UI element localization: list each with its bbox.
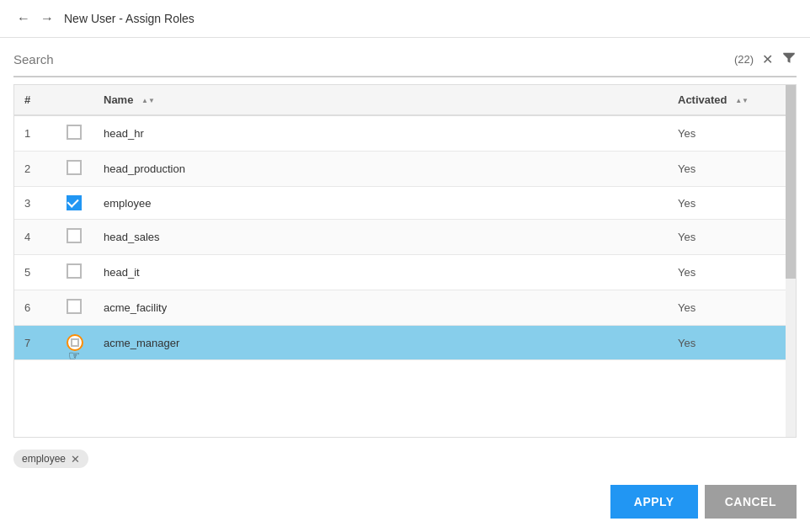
row-num: 6 — [14, 290, 56, 326]
row-name: acme_manager — [93, 326, 668, 360]
row-num: 4 — [14, 220, 56, 255]
name-sort-icon[interactable]: ▲▼ — [141, 98, 155, 104]
apply-button[interactable]: APPLY — [610, 485, 698, 519]
search-row: (22) ✕ — [13, 50, 797, 77]
scrollbar[interactable] — [786, 85, 796, 437]
table-container: # Name ▲▼ Activated ▲▼ 1 — [13, 84, 797, 438]
row-num: 1 — [14, 115, 56, 152]
clear-search-icon[interactable]: ✕ — [762, 53, 773, 66]
table-row: 6 acme_facility Yes — [14, 290, 796, 326]
row-num: 5 — [14, 255, 56, 290]
roles-table: # Name ▲▼ Activated ▲▼ 1 — [14, 85, 796, 360]
row-name: head_production — [93, 152, 668, 187]
cancel-button[interactable]: CANCEL — [705, 485, 797, 519]
checkbox-row-1[interactable] — [67, 125, 82, 140]
search-area: (22) ✕ — [0, 38, 810, 77]
checkbox-row-4[interactable] — [67, 228, 82, 243]
row-name: head_hr — [93, 115, 668, 152]
checkbox-row-5[interactable] — [67, 263, 82, 279]
row-name: acme_facility — [93, 290, 668, 326]
row-activated: Yes — [668, 115, 786, 152]
row-num: 7 — [14, 326, 56, 360]
result-count: (22) — [734, 53, 754, 66]
checkbox-row-6[interactable] — [67, 299, 82, 314]
selected-tags: employee ✕ — [0, 441, 810, 476]
row-num: 3 — [14, 187, 56, 220]
table-row: 5 head_it Yes — [14, 255, 796, 290]
row-name: employee — [93, 187, 668, 220]
col-header-num: # — [14, 85, 56, 115]
col-header-name[interactable]: Name ▲▼ — [93, 85, 668, 115]
table-row: 2 head_production Yes — [14, 152, 796, 187]
row-name: head_it — [93, 255, 668, 290]
table-row: 7 ☞ acme_manager Yes — [14, 326, 796, 360]
forward-arrow[interactable]: → — [37, 8, 57, 29]
table-row: 1 head_hr Yes — [14, 115, 796, 152]
dialog-footer: APPLY CANCEL — [0, 476, 810, 532]
row-num: 2 — [14, 152, 56, 187]
back-arrow[interactable]: ← — [13, 8, 34, 29]
tag-employee: employee ✕ — [13, 450, 88, 468]
checkbox-row-3[interactable] — [67, 195, 82, 210]
filter-icon[interactable] — [781, 50, 797, 69]
table-row: 3 employee Yes — [14, 187, 796, 220]
checkbox-row-7-hover[interactable] — [67, 334, 83, 351]
col-header-activated[interactable]: Activated ▲▼ — [668, 85, 786, 115]
row-checkbox-cell[interactable] — [56, 220, 93, 255]
row-checkbox-cell[interactable] — [56, 255, 93, 290]
row-checkbox-cell[interactable] — [56, 152, 93, 187]
row-activated: Yes — [668, 326, 786, 360]
row-activated: Yes — [668, 152, 786, 187]
row-checkbox-cell[interactable]: ☞ — [56, 326, 93, 360]
table-row: 4 head_sales Yes — [14, 220, 796, 255]
checkbox-row-2[interactable] — [67, 160, 82, 175]
navigation-arrows: ← → — [13, 8, 57, 29]
row-activated: Yes — [668, 255, 786, 290]
search-input[interactable] — [13, 52, 734, 66]
header: ← → New User - Assign Roles — [0, 0, 810, 38]
row-checkbox-cell[interactable] — [56, 115, 93, 152]
tag-remove-employee[interactable]: ✕ — [71, 454, 80, 465]
page-title: New User - Assign Roles — [64, 12, 195, 25]
row-activated: Yes — [668, 220, 786, 255]
table-header: # Name ▲▼ Activated ▲▼ — [14, 85, 796, 115]
dialog: ← → New User - Assign Roles (22) ✕ # — [0, 0, 810, 532]
table-body: 1 head_hr Yes 2 head_production Yes — [14, 115, 796, 360]
row-name: head_sales — [93, 220, 668, 255]
row-activated: Yes — [668, 187, 786, 220]
activated-sort-icon[interactable]: ▲▼ — [735, 98, 749, 104]
row-activated: Yes — [668, 290, 786, 326]
row-checkbox-cell[interactable] — [56, 290, 93, 326]
scrollbar-thumb[interactable] — [786, 85, 796, 279]
col-header-check — [56, 85, 93, 115]
tag-label: employee — [22, 453, 66, 465]
search-controls: (22) ✕ — [734, 50, 797, 69]
row-checkbox-cell[interactable] — [56, 187, 93, 220]
